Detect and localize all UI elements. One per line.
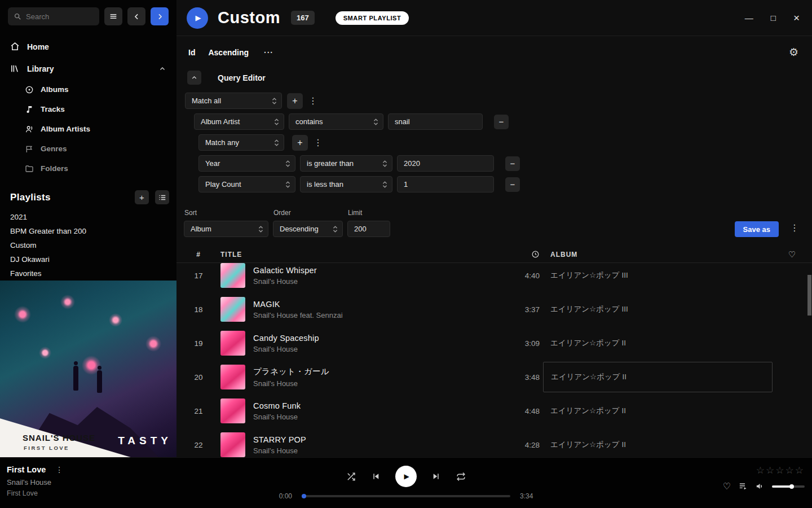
sort-direction-button[interactable]: Ascending [208, 48, 249, 57]
window-controls: — □ × [745, 12, 800, 24]
search-input[interactable] [26, 12, 94, 21]
rule-operator-select[interactable]: is less than [300, 176, 392, 192]
favorite-column-header[interactable]: ♡ [773, 249, 812, 260]
app-window: Home Library Albums [0, 0, 812, 457]
playlist-item[interactable]: Custom [0, 238, 176, 252]
sidebar-item-folders[interactable]: Folders [0, 159, 176, 178]
match-any-select[interactable]: Match any [198, 134, 284, 151]
remove-rule-button[interactable]: − [505, 156, 520, 171]
favorite-button[interactable]: ♡ [723, 481, 731, 492]
play-playlist-button[interactable]: ▶ [187, 7, 208, 29]
now-playing-menu-button[interactable]: ⋮ [55, 465, 63, 474]
limit-label: Limit [348, 209, 390, 217]
remove-rule-button[interactable]: − [505, 177, 520, 192]
nav-back-button[interactable] [127, 7, 145, 25]
queue-button[interactable] [738, 481, 748, 491]
sidebar-item-albums[interactable]: Albums [0, 80, 176, 99]
track-album[interactable]: エイリアン☆ポップ III [543, 270, 773, 281]
star-icon[interactable]: ☆ [785, 465, 795, 476]
header-number[interactable]: # [176, 251, 220, 259]
next-button[interactable] [432, 472, 441, 481]
play-pause-button[interactable]: ▶ [395, 466, 417, 487]
save-menu-button[interactable]: ⋮ [789, 222, 800, 233]
now-playing-album-art[interactable]: SNAIL'S HOUSE FIRST LOVE TASTY [0, 281, 176, 457]
volume-slider[interactable] [772, 485, 805, 488]
scrollbar-thumb[interactable] [807, 275, 811, 316]
rule-value-input[interactable] [397, 176, 494, 192]
seek-handle[interactable] [302, 494, 306, 498]
rule-field-select[interactable]: Year [198, 155, 295, 172]
add-playlist-button[interactable]: + [135, 190, 149, 204]
track-album-focused[interactable]: エイリアン☆ポップ II [543, 362, 773, 392]
sidebar-item-library[interactable]: Library [0, 58, 176, 80]
track-row[interactable]: 20 プラネット・ガール Snail's House 3:48 エイリアン☆ポッ… [176, 360, 812, 394]
maximize-button[interactable]: □ [771, 13, 776, 23]
volume-handle[interactable] [789, 484, 794, 489]
nav-forward-button[interactable] [151, 7, 169, 25]
track-album[interactable]: エイリアン☆ポップ II [543, 440, 773, 450]
sidebar-item-album-artists[interactable]: Album Artists [0, 119, 176, 139]
add-rule-button[interactable]: + [292, 135, 308, 151]
sidebar-item-tracks[interactable]: Tracks [0, 99, 176, 119]
playlist-item[interactable]: BPM Greater than 200 [0, 224, 176, 238]
track-row[interactable]: 21 Cosmo Funk Snail's House 4:48 エイリアン☆ポ… [176, 394, 812, 428]
rule-operator-select[interactable]: is greater than [300, 155, 392, 172]
track-album[interactable]: エイリアン☆ポップ II [543, 338, 773, 348]
track-album[interactable]: エイリアン☆ポップ III [543, 304, 773, 314]
star-icon[interactable]: ☆ [775, 465, 785, 476]
playlist-item[interactable]: 2021 [0, 210, 176, 224]
group-menu-button[interactable]: ⋮ [313, 137, 323, 148]
limit-input[interactable] [347, 221, 390, 237]
chevron-up-icon[interactable] [158, 65, 166, 73]
shuffle-button[interactable] [346, 472, 356, 481]
header-album[interactable]: ALBUM [543, 251, 773, 259]
repeat-button[interactable] [456, 472, 466, 481]
star-icon[interactable]: ☆ [795, 465, 805, 476]
rule-field-select[interactable]: Play Count [198, 176, 295, 192]
close-button[interactable]: × [793, 12, 800, 24]
settings-button[interactable]: ⚙ [789, 46, 798, 59]
chevron-up-icon [191, 74, 198, 81]
sidebar-item-home[interactable]: Home [0, 36, 176, 58]
volume-button[interactable] [755, 481, 765, 491]
remove-rule-button[interactable]: − [494, 115, 509, 129]
add-rule-button[interactable]: + [287, 93, 303, 109]
updown-icon [333, 225, 338, 233]
rule-field-select[interactable]: Album Artist [194, 113, 284, 130]
sort-field-button[interactable]: Id [188, 48, 195, 57]
queue-icon [738, 481, 748, 491]
sort-select[interactable]: Album [184, 221, 268, 237]
rule-value-input[interactable] [388, 113, 483, 130]
search-box[interactable] [8, 7, 99, 25]
kebab-icon: ⋮ [790, 223, 799, 233]
save-as-button[interactable]: Save as [735, 221, 779, 237]
playlist-list-button[interactable] [155, 190, 169, 204]
order-select[interactable]: Descending [273, 221, 343, 237]
track-album[interactable]: エイリアン☆ポップ II [543, 406, 773, 416]
header-title[interactable]: TITLE [220, 251, 502, 259]
playlist-item[interactable]: DJ Okawari [0, 252, 176, 266]
star-icon[interactable]: ☆ [766, 465, 775, 476]
query-editor-title: Query Editor [218, 73, 266, 82]
seek-bar[interactable] [302, 495, 510, 497]
track-row[interactable]: 17 Galactic Whisper Snail's House 4:40 エ… [176, 263, 812, 292]
playlist-item[interactable]: Favorites [0, 266, 176, 281]
track-row[interactable]: 19 Candy Spaceship Snail's House 3:09 エイ… [176, 326, 812, 360]
star-icon[interactable]: ☆ [756, 465, 766, 476]
sidebar-item-genres[interactable]: Genres [0, 139, 176, 159]
updown-icon [382, 160, 387, 168]
rule-value-input[interactable] [397, 155, 494, 172]
track-row[interactable]: 22 STARRY POP Snail's House 4:28 エイリアン☆ポ… [176, 428, 812, 457]
duration-column-header[interactable] [502, 250, 543, 259]
cover-figure-decor [97, 370, 102, 393]
match-all-select[interactable]: Match all [185, 93, 282, 109]
group-menu-button[interactable]: ⋮ [308, 95, 318, 106]
more-options-button[interactable]: ··· [264, 48, 273, 57]
minimize-button[interactable]: — [745, 13, 753, 23]
menu-button[interactable] [104, 7, 122, 25]
previous-button[interactable] [371, 472, 380, 481]
track-row[interactable]: 18 MAGIK Snail's House feat. Sennzai 3:3… [176, 292, 812, 326]
collapse-query-editor-button[interactable] [187, 71, 201, 85]
volume-icon [755, 481, 765, 491]
rule-operator-select[interactable]: contains [289, 113, 383, 130]
